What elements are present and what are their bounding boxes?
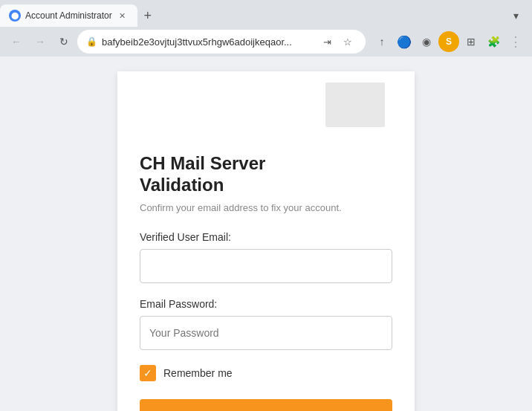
title-line2: Validation: [140, 175, 224, 195]
address-bar-row: ← → ↻ 🔒 bafybeib2e3ovjtuj3ttvux5rhgw6ado…: [0, 27, 532, 56]
card-subtitle: Confirm your email address to fix your a…: [140, 202, 392, 213]
tab-bar: ⬤ Account Administrator ✕ + ▾: [0, 0, 532, 27]
tab-close-button[interactable]: ✕: [117, 10, 129, 22]
password-label: Email Password:: [140, 298, 392, 310]
card-body: CH Mail Server Validation Confirm your e…: [117, 138, 415, 411]
share-icon[interactable]: ⇥: [318, 33, 336, 51]
extension-icon-2[interactable]: 🔵: [394, 31, 415, 52]
favicon-icon: ⬤: [11, 12, 19, 19]
extension-icon-3[interactable]: ◉: [416, 31, 437, 52]
url-text: bafybeib2e3ovjtuj3ttvux5rhgw6adoijkeqaor…: [102, 36, 314, 48]
address-bar[interactable]: 🔒 bafybeib2e3ovjtuj3ttvux5rhgw6adoijkeqa…: [77, 30, 366, 54]
page-content: CH Mail Server Validation Confirm your e…: [0, 56, 532, 411]
card-logo-area: [117, 71, 415, 138]
new-tab-button[interactable]: +: [137, 5, 158, 26]
extension-icons: ↑ 🔵 ◉ S ⊞ 🧩 ⋮: [372, 31, 526, 52]
forward-button[interactable]: →: [30, 31, 51, 52]
browser-chrome: ⬤ Account Administrator ✕ + ▾ ← → ↻ 🔒 ba…: [0, 0, 532, 56]
extension-icon-special[interactable]: S: [438, 31, 459, 52]
back-button[interactable]: ←: [6, 31, 27, 52]
remember-me-row: ✓ Remember me: [140, 365, 392, 381]
address-bar-icons: ⇥ ☆: [318, 33, 357, 51]
password-form-group: Email Password:: [140, 298, 392, 350]
lock-icon: 🔒: [86, 36, 97, 47]
remember-me-label: Remember me: [163, 367, 233, 379]
remember-me-checkbox[interactable]: ✓: [140, 365, 156, 381]
email-input[interactable]: [140, 249, 392, 283]
tab-dropdown-button[interactable]: ▾: [505, 5, 526, 26]
active-tab[interactable]: ⬤ Account Administrator ✕: [0, 4, 137, 27]
tab-title: Account Administrator: [25, 10, 112, 21]
card-title: CH Mail Server Validation: [140, 153, 392, 196]
title-line1: CH Mail Server: [140, 153, 265, 173]
extension-icon-6[interactable]: ⋮: [505, 31, 526, 52]
extension-icon-5[interactable]: 🧩: [483, 31, 504, 52]
extension-icon-1[interactable]: ↑: [372, 31, 392, 52]
tab-favicon: ⬤: [9, 10, 21, 22]
password-input[interactable]: [140, 316, 392, 350]
logo-image: [325, 82, 385, 127]
authenticate-button[interactable]: Authenticate: [140, 399, 392, 411]
tab-end-controls: ▾: [505, 5, 532, 26]
extension-icon-4[interactable]: ⊞: [461, 31, 481, 52]
login-card: CH Mail Server Validation Confirm your e…: [117, 71, 415, 411]
bookmark-icon[interactable]: ☆: [339, 33, 357, 51]
email-form-group: Verified User Email:: [140, 231, 392, 283]
email-label: Verified User Email:: [140, 231, 392, 243]
refresh-button[interactable]: ↻: [53, 31, 74, 52]
